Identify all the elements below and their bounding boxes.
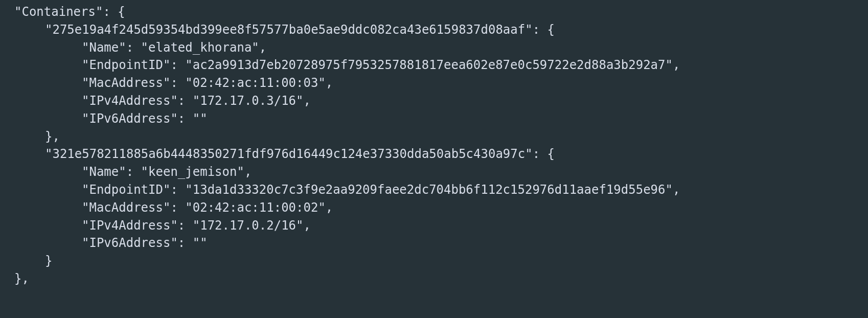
json-output: "Containers": { "275e19a4f245d59354bd399… bbox=[0, 0, 868, 288]
container-field-line: "MacAddress": "02:42:ac:11:00:03", bbox=[0, 76, 333, 90]
container-name: elated_khorana bbox=[148, 40, 252, 55]
containers-key-line: "Containers": { bbox=[0, 5, 125, 19]
container-field-line: "Name": "keen_jemison", bbox=[0, 165, 252, 179]
container-id-line: "321e578211885a6b4448350271fdf976d16449c… bbox=[0, 147, 555, 161]
container-field-line: "IPv6Address": "" bbox=[0, 236, 208, 250]
container-field-line: "IPv4Address": "172.17.0.2/16", bbox=[0, 218, 311, 233]
container-field-line: "Name": "elated_khorana", bbox=[0, 40, 266, 55]
container-name: keen_jemison bbox=[148, 165, 237, 179]
brace-close: }, bbox=[0, 129, 60, 144]
container-id: 275e19a4f245d59354bd399ee8f57577ba0e5ae9… bbox=[52, 22, 525, 37]
container-field-line: "EndpointID": "13da1d33320c7c3f9e2aa9209… bbox=[0, 183, 680, 197]
container-field-line: "IPv4Address": "172.17.0.3/16", bbox=[0, 94, 311, 108]
brace-close: }, bbox=[0, 271, 29, 286]
container-mac: 02:42:ac:11:00:03 bbox=[193, 76, 318, 90]
container-id-line: "275e19a4f245d59354bd399ee8f57577ba0e5ae… bbox=[0, 22, 555, 37]
container-endpoint: ac2a9913d7eb20728975f7953257881817eea602… bbox=[193, 58, 666, 72]
container-field-line: "IPv6Address": "" bbox=[0, 111, 208, 126]
container-ipv4: 172.17.0.3/16 bbox=[200, 94, 296, 108]
container-ipv4: 172.17.0.2/16 bbox=[200, 218, 296, 233]
container-endpoint: 13da1d33320c7c3f9e2aa9209faee2dc704bb6f1… bbox=[193, 183, 666, 197]
container-field-line: "EndpointID": "ac2a9913d7eb20728975f7953… bbox=[0, 58, 680, 72]
root-key: Containers bbox=[21, 5, 96, 19]
container-field-line: "MacAddress": "02:42:ac:11:00:02", bbox=[0, 200, 333, 215]
container-mac: 02:42:ac:11:00:02 bbox=[193, 200, 318, 215]
container-id: 321e578211885a6b4448350271fdf976d16449c1… bbox=[52, 147, 525, 161]
brace-close: } bbox=[0, 254, 52, 268]
